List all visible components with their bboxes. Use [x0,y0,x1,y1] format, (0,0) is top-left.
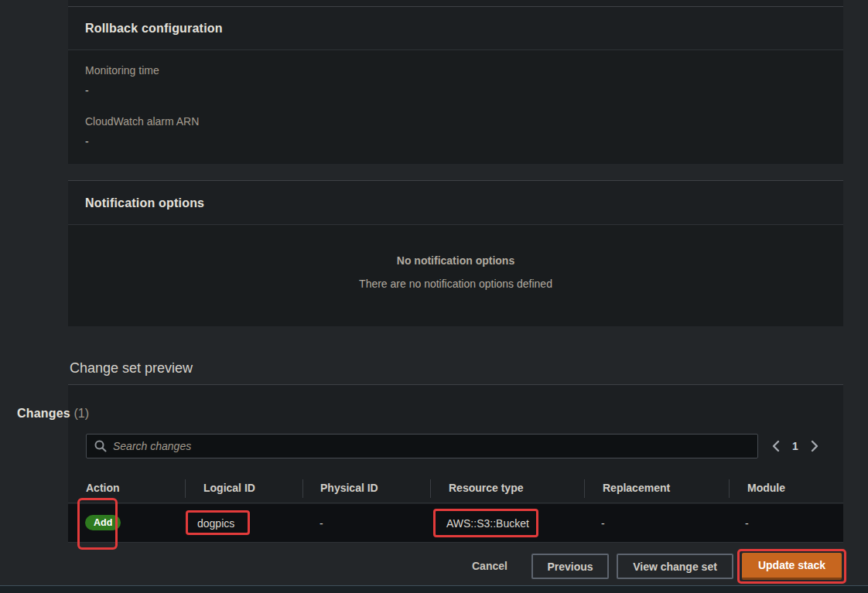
search-icon [94,440,107,452]
cell-module: - [745,517,749,530]
changes-count: (1) [73,407,89,420]
bottom-bar [0,586,868,593]
column-separator [430,479,431,498]
cell-replacement: - [601,517,605,530]
view-change-set-button[interactable]: View change set [617,554,733,579]
cell-logical-id: dogpics [197,517,234,530]
column-header-replacement: Replacement [603,482,670,494]
cloudwatch-alarm-arn-label: CloudWatch alarm ARN [85,115,199,128]
pagination: 1 [769,434,822,458]
column-header-resource-type: Resource type [449,482,523,494]
search-changes-input[interactable] [113,440,750,452]
column-header-action: Action [86,482,120,494]
previous-button[interactable]: Previous [531,554,609,579]
changes-title-text: Changes [17,407,70,420]
chevron-left-icon [771,440,781,452]
notification-options-header: Notification options [68,181,843,224]
rollback-configuration-panel: Rollback configuration Monitoring time -… [68,0,843,164]
notification-options-title: Notification options [85,196,204,210]
previous-page-button[interactable] [769,438,783,454]
empty-state-title: No notification options [68,254,843,267]
column-header-logical-id: Logical ID [203,482,255,494]
cloudformation-update-stack-page: Rollback configuration Monitoring time -… [0,0,868,593]
column-separator [729,479,730,498]
next-page-button[interactable] [808,438,822,454]
table-row: Add dogpics - AWS::S3::Bucket - - [68,504,843,543]
chevron-right-icon [809,440,820,452]
column-separator [185,479,186,498]
notification-options-panel: Notification options No notification opt… [68,180,843,326]
cell-physical-id: - [320,517,323,530]
column-separator [302,479,303,498]
changes-table-header: Action Logical ID Physical ID Resource t… [68,475,843,503]
update-stack-button[interactable]: Update stack [742,553,842,580]
empty-state-message: There are no notification options define… [68,278,843,290]
change-set-preview-heading: Change set preview [70,360,193,377]
panel-top-border [68,384,843,385]
column-header-module: Module [747,482,785,494]
search-changes-box[interactable] [86,434,758,458]
changes-title: Changes (1) [17,407,89,421]
page-number-1[interactable]: 1 [791,440,800,452]
notification-options-body: No notification options There are no not… [68,225,843,326]
column-header-physical-id: Physical ID [320,482,378,494]
rollback-configuration-header: Rollback configuration [68,7,843,49]
cell-resource-type: AWS::S3::Bucket [446,517,529,530]
action-add-badge: Add [85,515,121,530]
monitoring-time-label: Monitoring time [85,64,159,77]
rollback-configuration-body: Monitoring time - CloudWatch alarm ARN - [68,50,843,164]
rollback-configuration-title: Rollback configuration [85,22,223,36]
cancel-button[interactable]: Cancel [472,554,507,579]
cloudwatch-alarm-arn-value: - [85,135,89,148]
column-separator [584,479,585,498]
monitoring-time-value: - [85,84,89,97]
